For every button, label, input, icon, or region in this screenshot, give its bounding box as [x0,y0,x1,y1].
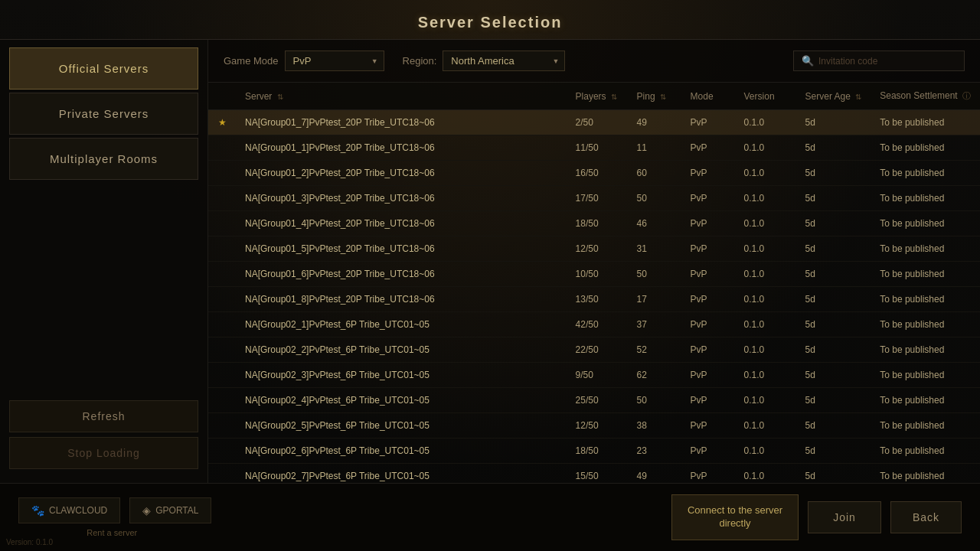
row-age: 5d [796,186,871,211]
game-mode-select[interactable]: PvP PvE [285,51,384,71]
table-row[interactable]: NA[Group01_8]PvPtest_20P Tribe_UTC18~061… [208,287,980,312]
table-row[interactable]: NA[Group02_3]PvPtest_6P Tribe_UTC01~059/… [208,363,980,388]
connect-directly-button[interactable]: Connect to the serverdirectly [671,494,799,540]
table-row[interactable]: NA[Group02_1]PvPtest_6P Tribe_UTC01~0542… [208,312,980,337]
row-ping: 46 [628,211,681,236]
table-row[interactable]: NA[Group02_7]PvPtest_6P Tribe_UTC01~0515… [208,464,980,484]
row-mode: PvP [681,363,735,388]
row-season: To be published [871,337,980,363]
row-version: 0.1.0 [735,439,796,464]
row-age: 5d [796,388,871,413]
row-star[interactable] [208,161,236,186]
row-star[interactable] [208,211,236,236]
table-row[interactable]: NA[Group02_4]PvPtest_6P Tribe_UTC01~0525… [208,388,980,413]
row-star[interactable] [208,464,236,484]
row-ping: 50 [628,186,681,211]
table-row[interactable]: NA[Group01_1]PvPtest_20P Tribe_UTC18~061… [208,135,980,161]
col-season-label: Season Settlement [880,90,957,101]
row-season: To be published [871,236,980,262]
row-star[interactable] [208,135,236,161]
row-star[interactable]: ★ [208,110,236,135]
row-star[interactable] [208,236,236,262]
join-button[interactable]: Join [808,501,881,533]
col-header-players[interactable]: Players ⇅ [567,83,628,110]
region-select[interactable]: North America Europe Asia [443,51,565,71]
region-filter: Region: North America Europe Asia [403,51,566,71]
row-season: To be published [871,161,980,186]
row-season: To be published [871,186,980,211]
stop-loading-button[interactable]: Stop Loading [9,437,198,469]
row-players: 9/50 [567,363,628,388]
row-star[interactable] [208,388,236,413]
row-star[interactable] [208,312,236,337]
row-age: 5d [796,464,871,484]
row-season: To be published [871,388,980,413]
row-version: 0.1.0 [735,262,796,287]
col-header-age[interactable]: Server Age ⇅ [796,83,871,110]
col-header-ping[interactable]: Ping ⇅ [628,83,681,110]
search-input[interactable] [818,56,956,67]
row-age: 5d [796,413,871,439]
row-players: 2/50 [567,110,628,135]
table-row[interactable]: NA[Group02_6]PvPtest_6P Tribe_UTC01~0518… [208,439,980,464]
sidebar-footer: Refresh Stop Loading [0,394,207,475]
back-button[interactable]: Back [890,501,962,533]
row-star[interactable] [208,363,236,388]
col-header-server[interactable]: Server ⇅ [236,83,567,110]
table-row[interactable]: NA[Group01_5]PvPtest_20P Tribe_UTC18~061… [208,236,980,262]
row-season: To be published [871,464,980,484]
row-mode: PvP [681,161,735,186]
row-players: 13/50 [567,287,628,312]
search-box: 🔍 [793,51,965,71]
sidebar-nav: Official Servers Private Servers Multipl… [0,47,207,394]
row-players: 16/50 [567,161,628,186]
table-row[interactable]: NA[Group01_3]PvPtest_20P Tribe_UTC18~061… [208,186,980,211]
col-header-star [208,83,236,110]
row-star[interactable] [208,439,236,464]
table-row[interactable]: NA[Group02_2]PvPtest_6P Tribe_UTC01~0522… [208,337,980,363]
table-row[interactable]: NA[Group01_6]PvPtest_20P Tribe_UTC18~061… [208,262,980,287]
row-mode: PvP [681,236,735,262]
version-info: Version: 0.1.0 [6,538,53,546]
col-header-mode: Mode [681,83,735,110]
row-star[interactable] [208,337,236,363]
server-table: Server ⇅ Players ⇅ Ping ⇅ [208,83,980,483]
row-mode: PvP [681,413,735,439]
sidebar-item-official[interactable]: Official Servers [9,47,198,90]
rent-label: Rent a server [87,528,137,537]
connect-label: Connect to the serverdirectly [688,504,782,529]
row-version: 0.1.0 [735,211,796,236]
table-row[interactable]: NA[Group01_2]PvPtest_20P Tribe_UTC18~061… [208,161,980,186]
refresh-button[interactable]: Refresh [9,400,198,432]
sidebar-item-private[interactable]: Private Servers [9,93,198,135]
col-mode-label: Mode [691,91,714,102]
age-sort-icon: ⇅ [855,93,861,101]
clawcloud-button[interactable]: 🐾 CLAWCLOUD [18,497,120,523]
col-server-label: Server [245,91,272,102]
gportal-button[interactable]: ◈ GPORTAL [129,497,211,523]
game-mode-select-wrapper: PvP PvE [285,51,384,71]
row-version: 0.1.0 [735,287,796,312]
back-label: Back [913,511,939,523]
table-row[interactable]: NA[Group01_4]PvPtest_20P Tribe_UTC18~061… [208,211,980,236]
row-star[interactable] [208,413,236,439]
row-season: To be published [871,110,980,135]
row-star[interactable] [208,186,236,211]
row-season: To be published [871,312,980,337]
filters-bar: Game Mode PvP PvE Region: North America … [208,40,980,83]
table-row[interactable]: ★NA[Group01_7]PvPtest_20P Tribe_UTC18~06… [208,110,980,135]
sidebar-item-multiplayer[interactable]: Multiplayer Rooms [9,138,198,180]
region-select-wrapper: North America Europe Asia [443,51,565,71]
row-players: 22/50 [567,337,628,363]
row-mode: PvP [681,312,735,337]
row-mode: PvP [681,337,735,363]
table-row[interactable]: NA[Group02_5]PvPtest_6P Tribe_UTC01~0512… [208,413,980,439]
row-season: To be published [871,287,980,312]
row-mode: PvP [681,211,735,236]
row-star[interactable] [208,262,236,287]
server-table-container[interactable]: Server ⇅ Players ⇅ Ping ⇅ [208,83,980,483]
row-server-name: NA[Group01_6]PvPtest_20P Tribe_UTC18~06 [236,262,567,287]
row-mode: PvP [681,186,735,211]
row-star[interactable] [208,287,236,312]
row-mode: PvP [681,287,735,312]
